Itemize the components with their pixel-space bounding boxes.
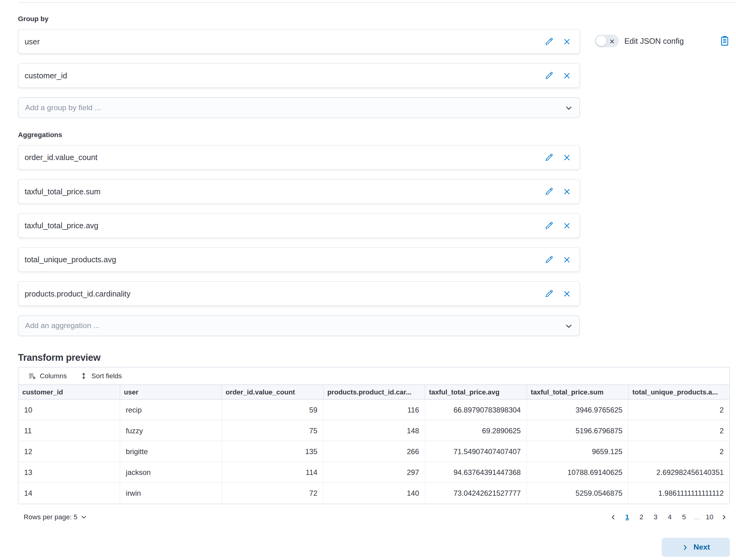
group-by-item-user: user — [18, 29, 580, 54]
remove-icon[interactable] — [563, 72, 571, 80]
edit-icon[interactable] — [545, 256, 553, 263]
column-header[interactable]: total_unique_products.a... — [629, 385, 729, 399]
page-button[interactable]: 5 — [678, 511, 690, 523]
toggle-knob-icon — [596, 36, 606, 46]
add-aggregation-input[interactable] — [25, 322, 565, 330]
page-button[interactable]: 3 — [649, 511, 662, 523]
sort-icon — [80, 372, 88, 380]
group-by-item-customer-id: customer_id — [18, 63, 580, 88]
cell-customer-id: 11 — [18, 420, 120, 441]
cell-unique-products-avg: 2.692982456140351 — [629, 462, 729, 482]
chevron-down-icon[interactable] — [565, 104, 573, 112]
columns-button-label: Columns — [40, 372, 67, 380]
previous-page-icon[interactable] — [607, 511, 619, 523]
aggregation-item-label: taxful_total_price.sum — [24, 187, 545, 196]
edit-icon[interactable] — [545, 222, 553, 230]
cell-customer-id: 14 — [18, 483, 120, 504]
edit-json-toggle[interactable] — [595, 35, 618, 47]
aggregation-item: total_unique_products.avg — [18, 247, 580, 272]
next-page-icon[interactable] — [718, 511, 730, 523]
cell-order-count: 135 — [222, 441, 323, 461]
cell-user: jackson — [120, 462, 222, 482]
aggregation-item-label: total_unique_products.avg — [24, 255, 545, 264]
toggle-off-icon — [609, 39, 615, 44]
cell-unique-products-avg: 2 — [629, 441, 729, 461]
page-button[interactable]: 1 — [621, 511, 633, 523]
edit-icon[interactable] — [545, 187, 553, 195]
json-config-row: Edit JSON config — [580, 35, 730, 47]
cell-price-sum: 3946.9765625 — [527, 400, 629, 420]
next-button-label: Next — [693, 543, 710, 551]
grid-header-row: customer_id user order_id.value_count pr… — [18, 384, 729, 399]
cell-user: fuzzy — [120, 420, 222, 441]
page-button[interactable]: 4 — [663, 511, 676, 523]
edit-icon[interactable] — [545, 153, 553, 161]
group-by-item-label: user — [24, 37, 545, 46]
edit-icon[interactable] — [545, 289, 553, 297]
cell-product-cardinality: 140 — [324, 483, 425, 504]
add-aggregation-combobox[interactable] — [18, 315, 580, 336]
column-header[interactable]: customer_id — [18, 385, 120, 399]
cell-price-sum: 5259.0546875 — [527, 483, 629, 504]
cell-user: irwin — [120, 483, 222, 504]
group-by-label: Group by — [18, 15, 580, 23]
cell-unique-products-avg: 2 — [629, 420, 729, 441]
preview-data-grid: Columns Sort fields customer_id user ord… — [18, 367, 730, 504]
column-header[interactable]: order_id.value_count — [222, 385, 323, 399]
page-button[interactable]: 2 — [635, 511, 648, 523]
page-button[interactable]: 10 — [703, 511, 715, 523]
cell-customer-id: 12 — [18, 441, 120, 461]
cell-price-sum: 9659.125 — [527, 441, 629, 461]
aggregation-item-label: products.product_id.cardinality — [24, 289, 545, 298]
cell-product-cardinality: 297 — [324, 462, 425, 482]
column-header[interactable]: products.product_id.car... — [324, 385, 425, 399]
edit-json-config-label[interactable]: Edit JSON config — [624, 36, 684, 45]
table-row: 14 irwin 72 140 73.04242621527777 5259.0… — [18, 483, 729, 504]
add-group-by-combobox[interactable] — [18, 97, 580, 118]
pagination: 1 2 3 4 5 ... 10 — [607, 511, 730, 523]
table-row: 12 brigitte 135 266 71.54907407407407 96… — [18, 441, 729, 462]
edit-icon[interactable] — [545, 72, 553, 80]
cell-user: brigitte — [120, 441, 222, 461]
grid-toolbar: Columns Sort fields — [18, 368, 729, 385]
chevron-down-icon — [80, 514, 87, 521]
aggregation-item-label: order_id.value_count — [24, 153, 545, 162]
cell-price-avg: 66.89790783898304 — [425, 400, 527, 420]
cell-price-sum: 5196.6796875 — [527, 420, 629, 441]
aggregation-item: taxful_total_price.sum — [18, 179, 580, 203]
copy-to-clipboard-button[interactable] — [719, 36, 730, 46]
cell-price-sum: 10788.69140625 — [527, 462, 629, 482]
pivot-config-column: Group by user customer_id — [18, 15, 580, 336]
transform-preview-title: Transform preview — [18, 352, 730, 363]
remove-icon[interactable] — [563, 222, 571, 230]
cell-price-avg: 71.54907407407407 — [425, 441, 527, 461]
rows-per-page-label: Rows per page: 5 — [24, 513, 77, 521]
pagination-ellipsis: ... — [692, 513, 701, 521]
cell-order-count: 72 — [222, 483, 323, 504]
column-header[interactable]: taxful_total_price.sum — [527, 385, 629, 399]
aggregation-item: products.product_id.cardinality — [18, 281, 580, 306]
cell-unique-products-avg: 2 — [629, 400, 729, 420]
remove-icon[interactable] — [563, 187, 571, 195]
rows-per-page-button[interactable]: Rows per page: 5 — [24, 513, 87, 521]
cell-user: recip — [120, 400, 222, 420]
cell-price-avg: 94.63764391447368 — [425, 462, 527, 482]
group-by-item-label: customer_id — [24, 71, 545, 80]
columns-button[interactable]: Columns — [28, 372, 67, 380]
table-row: 10 recip 59 116 66.89790783898304 3946.9… — [18, 400, 729, 420]
column-header[interactable]: user — [120, 385, 222, 399]
next-button[interactable]: Next — [662, 538, 730, 557]
remove-icon[interactable] — [563, 256, 571, 263]
add-group-by-input[interactable] — [25, 103, 565, 112]
chevron-right-icon — [682, 544, 689, 551]
cell-order-count: 114 — [222, 462, 323, 482]
cell-customer-id: 13 — [18, 462, 120, 482]
chevron-down-icon[interactable] — [565, 322, 573, 330]
remove-icon[interactable] — [563, 289, 571, 297]
aggregation-item-label: taxful_total_price.avg — [24, 221, 545, 230]
sort-fields-button[interactable]: Sort fields — [80, 372, 122, 380]
remove-icon[interactable] — [563, 153, 571, 161]
remove-icon[interactable] — [563, 37, 571, 45]
edit-icon[interactable] — [545, 37, 553, 45]
column-header[interactable]: taxful_total_price.avg — [425, 385, 527, 399]
